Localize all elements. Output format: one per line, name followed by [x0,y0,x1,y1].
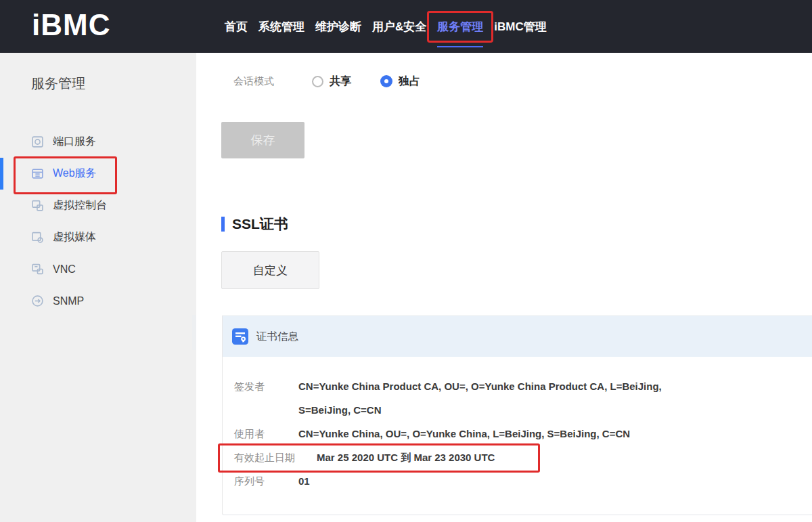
radio-unselected-icon [312,76,323,87]
sidebar-item-vnc[interactable]: VNC [0,253,196,285]
main-content: 会话模式 共享 独占 保存 SSL证书 自定义 [196,53,812,522]
certificate-info-panel: 证书信息 签发者 CN=Yunke China Product CA, OU=,… [222,316,812,515]
sidebar-item-label: SNMP [53,295,84,307]
sidebar-item-web-service[interactable]: Web服务 [0,158,196,190]
sidebar-item-virtual-console[interactable]: 虚拟控制台 [0,190,196,221]
cert-row-issuer: 签发者 CN=Yunke China Product CA, OU=, O=Yu… [234,374,812,422]
sidebar-title: 服务管理 [31,74,85,93]
cert-row-subject: 使用者 CN=Yunke China, OU=, O=Yunke China, … [234,422,812,445]
nav-service-management-label: 服务管理 [437,20,483,33]
cert-row-value: CN=Yunke China, OU=, O=Yunke China, L=Be… [298,422,630,445]
sidebar: 服务管理 端口服务 Web服务 虚拟控制台 [0,53,196,522]
certificate-panel-header: 证书信息 [223,316,812,357]
certificate-panel-body: 签发者 CN=Yunke China Product CA, OU=, O=Yu… [223,357,812,493]
web-service-icon [31,167,44,180]
sidebar-item-virtual-media[interactable]: 虚拟媒体 [0,221,196,253]
section-accent-bar [221,217,225,232]
cert-row-value: Mar 25 2020 UTC 到 Mar 23 2030 UTC [317,445,495,469]
cert-row-label: 签发者 [234,374,277,422]
certificate-panel-title: 证书信息 [256,330,298,344]
nav-system-management[interactable]: 系统管理 [258,13,304,41]
nav-ibmc-management[interactable]: iBMC管理 [494,13,546,41]
session-mode-label: 会话模式 [233,75,274,88]
sidebar-item-label: 虚拟控制台 [53,198,107,213]
radio-shared[interactable]: 共享 [312,74,351,89]
ibmc-page: iBMC 首页 系统管理 维护诊断 用户&安全 服务管理 iBMC管理 服务管理… [0,0,812,522]
sidebar-item-snmp[interactable]: SNMP [0,285,196,317]
sidebar-item-label: 虚拟媒体 [53,230,96,244]
ssl-section-title: SSL证书 [221,215,288,234]
cert-row-value: 01 [298,469,310,493]
sidebar-item-port-services[interactable]: 端口服务 [0,126,196,158]
certificate-icon [231,328,249,345]
customize-button[interactable]: 自定义 [221,251,319,289]
top-header: iBMC 首页 系统管理 维护诊断 用户&安全 服务管理 iBMC管理 [0,0,812,53]
radio-shared-label: 共享 [330,74,351,89]
cert-row-label: 使用者 [234,422,277,445]
cert-row-label: 序列号 [234,469,277,493]
virtual-media-icon [31,231,44,244]
sidebar-menu: 端口服务 Web服务 虚拟控制台 虚拟媒体 [0,126,196,317]
snmp-icon [31,295,44,307]
radio-exclusive-label: 独占 [399,74,420,89]
port-services-icon [31,135,44,148]
active-nav-underline [437,46,483,47]
ibmc-logo: iBMC [32,8,110,42]
sidebar-item-label: 端口服务 [53,135,96,149]
vnc-icon [31,263,44,276]
ssl-section-title-text: SSL证书 [232,215,288,234]
cert-row-value: CN=Yunke China Product CA, OU=, O=Yunke … [298,374,701,422]
save-button[interactable]: 保存 [221,122,304,158]
nav-service-management[interactable]: 服务管理 [427,11,493,43]
cert-row-validity: 有效起止日期 Mar 25 2020 UTC 到 Mar 23 2030 UTC [234,445,812,469]
nav-maintenance-diagnostics[interactable]: 维护诊断 [315,13,361,41]
session-mode-row: 会话模式 共享 独占 [233,74,449,88]
main-nav: 首页 系统管理 维护诊断 用户&安全 服务管理 iBMC管理 [225,0,547,53]
nav-user-security[interactable]: 用户&安全 [372,13,426,41]
cert-row-label: 有效起止日期 [234,445,295,469]
radio-selected-icon [380,75,392,87]
radio-exclusive[interactable]: 独占 [380,74,420,89]
nav-home[interactable]: 首页 [225,13,248,41]
sidebar-item-label: Web服务 [53,167,97,181]
sidebar-item-label: VNC [53,263,76,276]
active-item-accent-bar [0,158,3,190]
virtual-console-icon [31,199,44,212]
cert-row-serial-number: 序列号 01 [234,469,812,493]
